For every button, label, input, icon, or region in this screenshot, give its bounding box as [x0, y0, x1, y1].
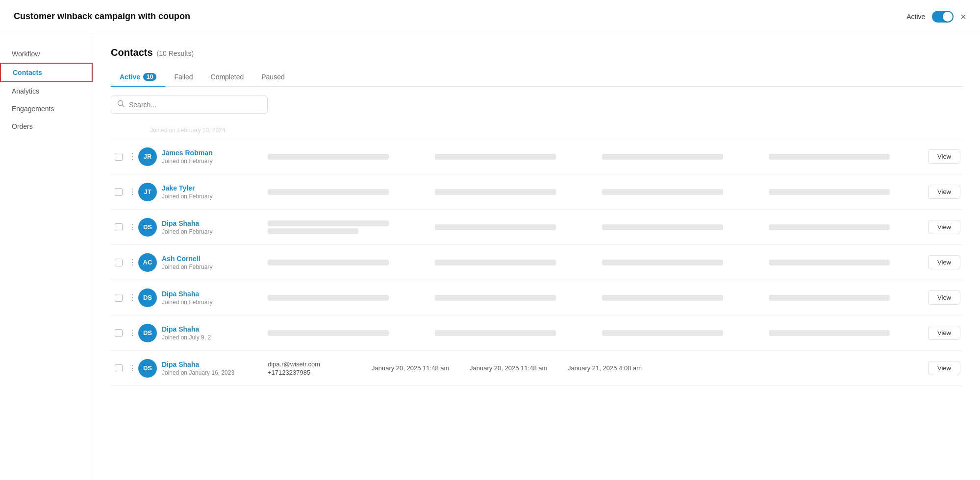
- avatar: AC: [138, 253, 157, 272]
- active-toggle[interactable]: [932, 11, 954, 23]
- avatar: JR: [138, 147, 157, 166]
- blurred-date1-field: [427, 295, 594, 301]
- row-checkbox-wrapper: [111, 329, 126, 337]
- contact-info: Jake Tyler Joined on February: [162, 184, 260, 200]
- date1-field: January 20, 2025 11:48 am: [368, 364, 466, 372]
- page-title: Customer winback campaign with coupon: [14, 11, 190, 22]
- table-row: ⋮ DS Dipa Shaha Joined on February View: [111, 280, 962, 315]
- contact-name[interactable]: Dipa Shaha: [162, 360, 260, 368]
- header-controls: Active ×: [906, 11, 966, 23]
- contact-joined: Joined on February: [162, 228, 260, 235]
- contact-name[interactable]: James Robman: [162, 149, 260, 157]
- top-header: Customer winback campaign with coupon Ac…: [0, 0, 980, 33]
- date3-field: January 21, 2025 4:00 am: [564, 364, 662, 372]
- main-layout: Workflow Contacts Analytics Engagements …: [0, 33, 980, 480]
- blurred-date2-field: [594, 224, 761, 230]
- row-menu-button[interactable]: ⋮: [126, 258, 138, 267]
- contact-email-field: dipa.r@wisetr.com +17123237985: [260, 360, 368, 376]
- sidebar-item-analytics[interactable]: Analytics: [0, 82, 93, 100]
- sidebar-item-workflow[interactable]: Workflow: [0, 45, 93, 63]
- row-checkbox-wrapper: [111, 294, 126, 302]
- date3: January 21, 2025 4:00 am: [568, 364, 658, 372]
- row-checkbox[interactable]: [115, 294, 123, 302]
- search-icon: [117, 100, 125, 109]
- blurred-date2-field: [594, 260, 761, 265]
- contact-name[interactable]: Dipa Shaha: [162, 290, 260, 298]
- blurred-email-field: [260, 154, 427, 160]
- row-checkbox[interactable]: [115, 364, 123, 372]
- blurred-date1-field: [427, 330, 594, 336]
- blurred-email-field: [260, 220, 427, 234]
- row-menu-button[interactable]: ⋮: [126, 293, 138, 302]
- avatar: DS: [138, 288, 157, 307]
- table-row: ⋮ AC Ash Cornell Joined on February View: [111, 245, 962, 280]
- view-button[interactable]: View: [928, 290, 960, 305]
- sidebar-item-orders[interactable]: Orders: [0, 118, 93, 135]
- row-menu-button[interactable]: ⋮: [126, 152, 138, 161]
- blurred-email-field: [260, 295, 427, 301]
- view-button[interactable]: View: [928, 149, 960, 164]
- tab-completed[interactable]: Completed: [202, 68, 253, 87]
- table-row: ⋮ JT Jake Tyler Joined on February View: [111, 174, 962, 210]
- contact-joined: Joined on February: [162, 158, 260, 165]
- blurred-date3-field: [761, 224, 928, 230]
- row-checkbox[interactable]: [115, 153, 123, 161]
- view-button[interactable]: View: [928, 185, 960, 199]
- row-menu-button[interactable]: ⋮: [126, 363, 138, 373]
- contact-name[interactable]: Jake Tyler: [162, 184, 260, 192]
- partial-row-text: Joined on February 10, 2024: [150, 127, 225, 134]
- row-checkbox-wrapper: [111, 188, 126, 196]
- row-checkbox-wrapper: [111, 223, 126, 231]
- date2: January 20, 2025 11:48 am: [470, 364, 560, 372]
- blurred-email-field: [260, 330, 427, 336]
- tab-active[interactable]: Active 10: [111, 68, 165, 87]
- contact-name[interactable]: Dipa Shaha: [162, 219, 260, 227]
- contact-phone: +17123237985: [268, 369, 360, 376]
- view-button[interactable]: View: [928, 326, 960, 340]
- contacts-title: Contacts: [111, 47, 153, 58]
- contact-joined: Joined on February: [162, 193, 260, 200]
- contact-joined: Joined on January 16, 2023: [162, 369, 260, 376]
- contact-info: Dipa Shaha Joined on January 16, 2023: [162, 360, 260, 376]
- avatar: DS: [138, 324, 157, 342]
- search-input[interactable]: [129, 101, 261, 109]
- table-row: ⋮ DS Dipa Shaha Joined on January 16, 20…: [111, 351, 962, 386]
- contact-info: James Robman Joined on February: [162, 149, 260, 165]
- blurred-date2-field: [594, 189, 761, 195]
- date1: January 20, 2025 11:48 am: [372, 364, 462, 372]
- close-button[interactable]: ×: [960, 12, 966, 22]
- sidebar-item-engagements[interactable]: Engagements: [0, 100, 93, 118]
- contact-joined: Joined on February: [162, 299, 260, 306]
- contact-name[interactable]: Dipa Shaha: [162, 325, 260, 333]
- row-checkbox[interactable]: [115, 259, 123, 266]
- table-row: ⋮ DS Dipa Shaha Joined on February View: [111, 210, 962, 245]
- status-tabs: Active 10 Failed Completed Paused: [111, 68, 962, 87]
- contact-joined: Joined on February: [162, 264, 260, 270]
- avatar: JT: [138, 183, 157, 201]
- contact-info: Ash Cornell Joined on February: [162, 255, 260, 270]
- view-button[interactable]: View: [928, 361, 960, 375]
- blurred-date2-field: [594, 295, 761, 301]
- row-menu-button[interactable]: ⋮: [126, 328, 138, 337]
- row-checkbox[interactable]: [115, 188, 123, 196]
- contact-name[interactable]: Ash Cornell: [162, 255, 260, 263]
- active-badge: 10: [143, 73, 156, 81]
- active-label: Active: [906, 13, 925, 21]
- row-checkbox[interactable]: [115, 223, 123, 231]
- row-menu-button[interactable]: ⋮: [126, 222, 138, 232]
- tab-failed[interactable]: Failed: [165, 68, 201, 87]
- results-count: (10 Results): [157, 49, 194, 57]
- blurred-date3-field: [761, 295, 928, 301]
- row-checkbox[interactable]: [115, 329, 123, 337]
- date2-field: January 20, 2025 11:48 am: [466, 364, 564, 372]
- sidebar: Workflow Contacts Analytics Engagements …: [0, 33, 93, 480]
- row-checkbox-wrapper: [111, 153, 126, 161]
- partial-row: Joined on February 10, 2024: [111, 121, 962, 139]
- sidebar-item-contacts[interactable]: Contacts: [0, 63, 93, 82]
- blurred-date3-field: [761, 154, 928, 160]
- blurred-date3-field: [761, 189, 928, 195]
- row-menu-button[interactable]: ⋮: [126, 187, 138, 196]
- view-button[interactable]: View: [928, 255, 960, 269]
- view-button[interactable]: View: [928, 220, 960, 234]
- tab-paused[interactable]: Paused: [252, 68, 293, 87]
